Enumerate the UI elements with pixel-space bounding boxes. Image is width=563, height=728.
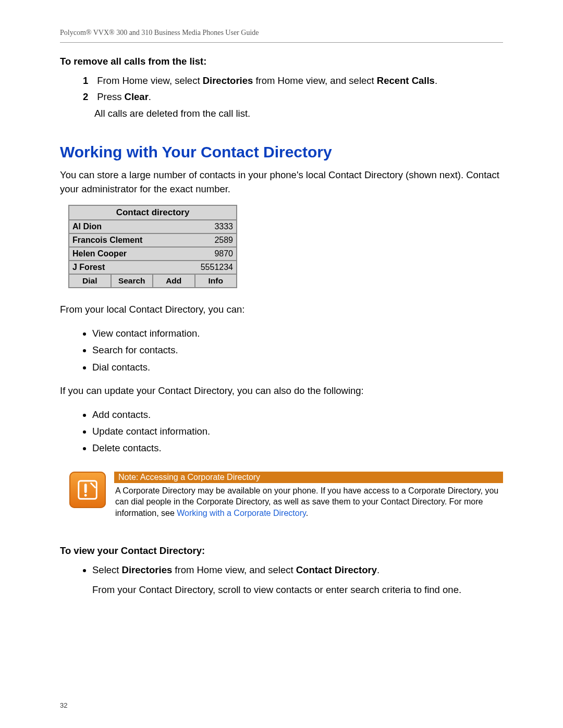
- phone-contact-row: Al Dion3333: [69, 220, 236, 234]
- step-1: 1 From Home view, select Directories fro…: [83, 72, 503, 89]
- softkey-dial: Dial: [69, 275, 112, 287]
- step-text: from Home view, and select: [253, 75, 377, 86]
- step-2: 2 Press Clear.: [83, 89, 503, 105]
- step-bold: Clear: [125, 91, 149, 102]
- item-subtext: From your Contact Directory, scroll to v…: [92, 582, 503, 598]
- step-text: .: [435, 75, 437, 86]
- list-item: Update contact information.: [92, 423, 503, 440]
- exclamation-note-icon: [76, 478, 100, 502]
- section-heading: Working with Your Contact Directory: [60, 143, 503, 161]
- contact-name: Francois Clement: [72, 236, 142, 245]
- list-item: Add contacts.: [92, 406, 503, 423]
- intro-paragraph: You can store a large number of contacts…: [60, 168, 503, 196]
- item-bold: Contact Directory: [296, 564, 377, 575]
- capabilities-list: View contact information.Search for cont…: [60, 325, 503, 376]
- item-bold: Directories: [122, 564, 173, 575]
- phone-contact-row: Francois Clement2589: [69, 234, 236, 248]
- page-header: Polycom® VVX® 300 and 310 Business Media…: [60, 29, 503, 42]
- paragraph: From your local Contact Directory, you c…: [60, 303, 503, 317]
- list-item: Delete contacts.: [92, 440, 503, 456]
- softkey-add: Add: [153, 275, 195, 287]
- phone-softkeys: DialSearchAddInfo: [69, 275, 236, 287]
- contact-name: Helen Cooper: [72, 249, 127, 258]
- step-bold: Directories: [203, 75, 253, 86]
- contact-number: 2589: [214, 236, 233, 245]
- list-item: Select Directories from Home view, and s…: [92, 562, 503, 599]
- svg-point-2: [84, 494, 87, 497]
- contact-name: J Forest: [72, 263, 105, 272]
- step-text: From Home view, select: [97, 75, 203, 86]
- phone-screenshot: Contact directory Al Dion3333Francois Cl…: [68, 205, 237, 288]
- phone-contact-row: Helen Cooper9870: [69, 248, 236, 261]
- note-icon: [69, 472, 106, 508]
- step-number: 1: [83, 72, 94, 89]
- contact-name: Al Dion: [72, 222, 102, 231]
- item-text: from Home view, and select: [172, 564, 296, 575]
- step-number: 2: [83, 89, 94, 105]
- step-text: .: [149, 91, 151, 102]
- svg-rect-0: [79, 481, 97, 499]
- note-title: Note: Accessing a Corporate Directory: [114, 472, 503, 483]
- note-link[interactable]: Working with a Corporate Directory: [177, 509, 306, 517]
- softkey-info: Info: [195, 275, 237, 287]
- section-view-directory-heading: To view your Contact Directory:: [60, 545, 503, 557]
- phone-title: Contact directory: [69, 206, 236, 220]
- header-rule: [60, 42, 503, 43]
- note-box: Note: Accessing a Corporate Directory A …: [69, 472, 503, 519]
- step-subtext: All calls are deleted from the call list…: [83, 105, 503, 121]
- page-number: 32: [60, 701, 67, 709]
- list-item: Search for contacts.: [92, 342, 503, 359]
- list-item: View contact information.: [92, 325, 503, 342]
- contact-number: 9870: [214, 249, 233, 258]
- contact-number: 3333: [214, 222, 233, 231]
- phone-contact-row: J Forest5551234: [69, 261, 236, 275]
- note-body-post: .: [306, 509, 308, 517]
- section-remove-calls-heading: To remove all calls from the list:: [60, 56, 503, 67]
- list-item: Dial contacts.: [92, 359, 503, 376]
- note-text: A Corporate Directory may be available o…: [114, 483, 503, 519]
- softkey-search: Search: [112, 275, 154, 287]
- item-text: .: [377, 564, 380, 575]
- step-text: Press: [97, 91, 124, 102]
- view-directory-steps: Select Directories from Home view, and s…: [60, 562, 503, 599]
- step-bold: Recent Calls: [377, 75, 435, 86]
- update-capabilities-list: Add contacts.Update contact information.…: [60, 406, 503, 457]
- contact-number: 5551234: [201, 263, 233, 272]
- paragraph: If you can update your Contact Directory…: [60, 384, 503, 398]
- item-text: Select: [92, 564, 122, 575]
- remove-calls-steps: 1 From Home view, select Directories fro…: [60, 72, 503, 121]
